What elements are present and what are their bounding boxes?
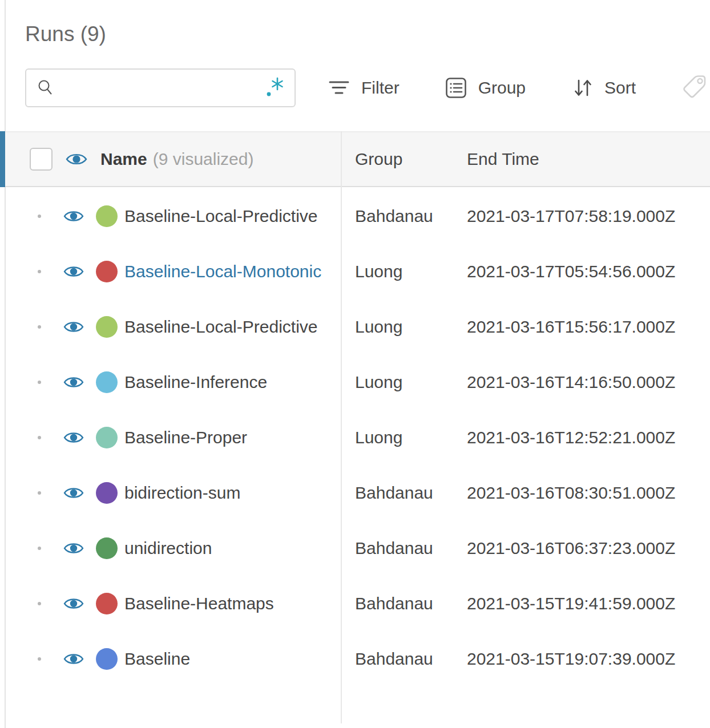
tag-icon: [680, 72, 708, 102]
drag-handle-icon[interactable]: [38, 381, 41, 384]
run-group-cell: Luong: [341, 428, 454, 447]
drag-handle-icon[interactable]: [38, 602, 41, 605]
run-group-cell: Bahdanau: [341, 649, 454, 669]
run-end-time-cell: 2021-03-16T08:30:51.000Z: [454, 483, 710, 503]
table-row: bidirection-sum Bahdanau 2021-03-16T08:3…: [0, 465, 710, 520]
run-color-dot[interactable]: [96, 648, 118, 670]
drag-handle-icon[interactable]: [38, 657, 41, 661]
run-group-cell: Bahdanau: [341, 483, 454, 503]
run-group-cell: Luong: [341, 317, 454, 337]
run-end-time-cell: 2021-03-16T15:56:17.000Z: [454, 317, 710, 337]
regex-toggle-button[interactable]: [264, 75, 287, 102]
visibility-all-eye-icon[interactable]: [65, 151, 88, 167]
run-name-cell: Baseline: [0, 648, 341, 670]
run-name-link[interactable]: Baseline-Local-Predictive: [124, 207, 318, 226]
run-name-cell: Baseline-Proper: [0, 427, 341, 448]
run-color-dot[interactable]: [96, 371, 118, 393]
run-end-time-cell: 2021-03-16T14:16:50.000Z: [454, 373, 710, 392]
visibility-eye-icon[interactable]: [63, 430, 84, 445]
visibility-eye-icon[interactable]: [63, 652, 84, 666]
run-name-cell: Baseline-Heatmaps: [0, 593, 341, 614]
drag-handle-icon[interactable]: [38, 270, 41, 273]
run-name-link[interactable]: Baseline-Local-Monotonic: [124, 262, 321, 281]
search-icon: [37, 79, 55, 97]
group-label: Group: [478, 78, 526, 98]
drag-handle-icon[interactable]: [38, 215, 41, 218]
run-name-link[interactable]: Baseline-Local-Predictive: [124, 317, 318, 337]
sort-label: Sort: [604, 78, 636, 98]
table-row: Baseline-Proper Luong 2021-03-16T12:52:2…: [0, 410, 710, 465]
run-color-dot[interactable]: [96, 482, 118, 504]
table-row: Baseline-Heatmaps Bahdanau 2021-03-15T19…: [0, 576, 710, 631]
visibility-eye-icon[interactable]: [63, 209, 84, 224]
run-name-cell: unidirection: [0, 537, 341, 559]
visibility-eye-icon[interactable]: [63, 486, 84, 500]
run-search-box[interactable]: [25, 68, 296, 107]
sort-arrows-icon: [572, 77, 593, 99]
visibility-eye-icon[interactable]: [63, 596, 84, 611]
run-name-cell: Baseline-Local-Predictive: [0, 316, 341, 338]
run-name-cell: Baseline-Local-Predictive: [0, 205, 341, 227]
run-end-time-cell: 2021-03-17T05:54:56.000Z: [454, 262, 710, 281]
runs-table-header: Name (9 visualized) Group End Time: [0, 131, 710, 187]
table-row: Baseline-Local-Predictive Luong 2021-03-…: [0, 299, 710, 354]
table-row: unidirection Bahdanau 2021-03-16T06:37:2…: [0, 520, 710, 576]
run-color-dot[interactable]: [96, 593, 118, 614]
run-group-cell: Luong: [341, 262, 454, 281]
visibility-eye-icon[interactable]: [63, 319, 84, 334]
runs-table-body: Baseline-Local-Predictive Bahdanau 2021-…: [0, 188, 710, 686]
visibility-eye-icon[interactable]: [63, 375, 84, 390]
drag-handle-icon[interactable]: [38, 325, 41, 329]
run-name-cell: bidirection-sum: [0, 482, 341, 504]
run-group-cell: Bahdanau: [341, 594, 454, 613]
name-column-divider: [341, 131, 342, 723]
run-name-link[interactable]: bidirection-sum: [124, 483, 240, 503]
table-row: Baseline-Local-Monotonic Luong 2021-03-1…: [0, 244, 710, 299]
run-name-link[interactable]: Baseline: [124, 649, 190, 669]
run-name-link[interactable]: Baseline-Proper: [124, 428, 247, 447]
run-search-input[interactable]: [55, 79, 264, 97]
visualized-count-label: (9 visualized): [153, 149, 254, 169]
run-name-link[interactable]: unidirection: [124, 539, 212, 558]
visibility-eye-icon[interactable]: [63, 541, 84, 556]
run-name-link[interactable]: Baseline-Heatmaps: [124, 594, 274, 613]
run-color-dot[interactable]: [96, 316, 118, 338]
run-name-cell: Baseline-Local-Monotonic: [0, 261, 341, 282]
run-color-dot[interactable]: [96, 205, 118, 227]
filter-label: Filter: [361, 78, 400, 98]
select-all-checkbox[interactable]: [30, 148, 53, 171]
table-row: Baseline Bahdanau 2021-03-15T19:07:39.00…: [0, 631, 710, 686]
group-column-header[interactable]: Group: [341, 149, 454, 169]
drag-handle-icon[interactable]: [38, 547, 41, 550]
selected-section-accent-bar: [0, 131, 5, 187]
runs-controls: Filter Group: [25, 68, 710, 107]
filter-icon: [328, 79, 350, 96]
runs-header-section: Runs (9): [0, 0, 710, 107]
run-end-time-cell: 2021-03-15T19:41:59.000Z: [454, 594, 710, 613]
run-color-dot[interactable]: [96, 261, 118, 282]
group-button[interactable]: Group: [445, 77, 526, 99]
run-name-cell: Baseline-Inference: [0, 371, 341, 393]
table-row: Baseline-Inference Luong 2021-03-16T14:1…: [0, 354, 710, 410]
end-time-column-header[interactable]: End Time: [454, 149, 710, 169]
run-end-time-cell: 2021-03-17T07:58:19.000Z: [454, 207, 710, 226]
run-end-time-cell: 2021-03-15T19:07:39.000Z: [454, 649, 710, 669]
visibility-eye-icon[interactable]: [63, 264, 84, 279]
name-header-cell[interactable]: Name (9 visualized): [0, 148, 341, 171]
filter-button[interactable]: Filter: [328, 78, 400, 98]
run-group-cell: Bahdanau: [341, 207, 454, 226]
run-color-dot[interactable]: [96, 427, 118, 448]
page-title: Runs (9): [25, 21, 710, 48]
drag-handle-icon[interactable]: [38, 491, 41, 495]
drag-handle-icon[interactable]: [38, 436, 41, 439]
name-column-header[interactable]: Name: [100, 149, 147, 169]
run-color-dot[interactable]: [96, 537, 118, 559]
run-end-time-cell: 2021-03-16T12:52:21.000Z: [454, 428, 710, 447]
runs-panel: Runs (9): [0, 0, 710, 728]
sort-button[interactable]: Sort: [572, 77, 636, 99]
table-row: Baseline-Local-Predictive Bahdanau 2021-…: [0, 188, 710, 244]
run-group-cell: Bahdanau: [341, 539, 454, 558]
run-name-link[interactable]: Baseline-Inference: [124, 373, 267, 392]
run-group-cell: Luong: [341, 373, 454, 392]
tag-button[interactable]: [680, 72, 708, 104]
